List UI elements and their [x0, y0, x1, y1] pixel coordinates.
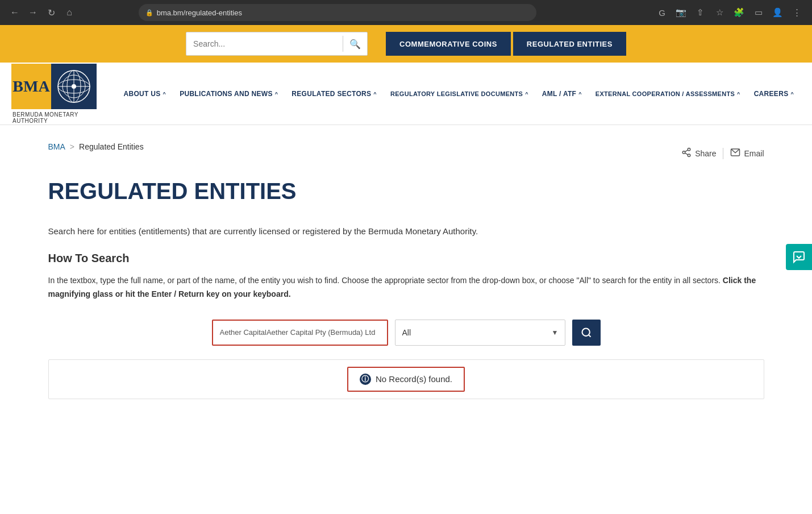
top-search-container: 🔍	[186, 32, 368, 56]
menu-icon[interactable]: ⋮	[789, 5, 805, 20]
instructions: In the textbox, type the full name, or p…	[48, 274, 764, 301]
main-nav: BMA BERMUDA MONETARY AUTHORITY	[0, 63, 812, 125]
nav-label-aml: AML / ATF	[542, 90, 576, 98]
breadcrumb-separator: >	[70, 142, 74, 151]
publications-chevron-icon: ^	[275, 91, 278, 97]
description-text: Search here for entities (entitlements) …	[48, 225, 764, 238]
about-us-chevron-icon: ^	[163, 91, 166, 97]
nav-label-careers: CAREERS	[754, 90, 789, 98]
logo-subtitle: BERMUDA MONETARY AUTHORITY	[11, 111, 99, 124]
main-content: BMA > Regulated Entities Share	[14, 125, 798, 416]
floating-chat-button[interactable]	[786, 244, 812, 270]
entity-search-button[interactable]	[572, 320, 601, 346]
entity-name-input[interactable]	[212, 320, 388, 346]
nav-item-publications[interactable]: PUBLICATIONS AND NEWS ^	[173, 63, 285, 125]
nav-label-regulatory-docs: REGULATORY LEGISLATIVE DOCUMENTS	[390, 90, 523, 97]
screenshot-icon[interactable]: 📷	[673, 5, 689, 20]
svg-line-11	[685, 150, 688, 152]
entity-search-form: All Banking Insurance Digital Assets Bus…	[48, 320, 764, 346]
info-icon: ⓘ	[360, 374, 371, 385]
lock-icon: 🔒	[145, 9, 153, 16]
nav-menu: ABOUT US ^ PUBLICATIONS AND NEWS ^ REGUL…	[116, 63, 801, 125]
share-browser-icon[interactable]: ⇧	[693, 5, 709, 20]
svg-point-9	[688, 154, 690, 157]
nav-label-regulated-sectors: REGULATED SECTORS	[292, 90, 371, 98]
logo-images: BMA	[11, 64, 99, 109]
emblem-svg	[57, 69, 91, 103]
share-icon	[681, 147, 692, 160]
share-label: Share	[695, 149, 716, 158]
logo-yellow-box: BMA	[11, 64, 51, 109]
sector-select[interactable]: All Banking Insurance Digital Assets Bus…	[395, 320, 565, 346]
regulated-entities-button[interactable]: REGULATED ENTITIES	[513, 32, 626, 56]
how-to-search-heading: How To Search	[48, 252, 764, 265]
star-icon[interactable]: ☆	[712, 5, 728, 20]
breadcrumb-row: BMA > Regulated Entities Share	[48, 142, 764, 165]
address-bar[interactable]: 🔒 bma.bm/regulated-entities	[139, 4, 536, 21]
nav-item-regulatory-docs[interactable]: REGULATORY LEGISLATIVE DOCUMENTS ^	[384, 63, 535, 125]
page-actions: Share Email	[681, 147, 764, 160]
svg-point-7	[688, 148, 690, 151]
sector-select-wrapper: All Banking Insurance Digital Assets Bus…	[395, 320, 565, 346]
reload-button[interactable]: ↻	[43, 5, 59, 20]
google-icon[interactable]: G	[654, 5, 670, 20]
nav-label-publications: PUBLICATIONS AND NEWS	[180, 90, 273, 98]
breadcrumb-home[interactable]: BMA	[48, 142, 65, 151]
nav-buttons[interactable]: ← → ↻ ⌂	[7, 5, 77, 20]
regulatory-docs-chevron-icon: ^	[525, 91, 528, 97]
email-button[interactable]: Email	[730, 147, 764, 160]
top-search-button[interactable]: 🔍	[343, 32, 367, 56]
nav-item-external-cooperation[interactable]: EXTERNAL COOPERATION / ASSESSMENTS ^	[589, 63, 747, 125]
breadcrumb: BMA > Regulated Entities	[48, 142, 144, 151]
window-icon[interactable]: ▭	[751, 5, 767, 20]
top-bar: 🔍 COMMEMORATIVE COINS REGULATED ENTITIES	[0, 25, 812, 63]
profile-icon[interactable]: 👤	[770, 5, 786, 20]
logo-stack: BMA BERMUDA MONETARY AUTHORITY	[11, 64, 99, 124]
svg-line-14	[588, 334, 590, 337]
back-button[interactable]: ←	[7, 5, 23, 20]
logo-bma-text: BMA	[13, 77, 49, 96]
regulated-sectors-chevron-icon: ^	[373, 91, 377, 97]
nav-item-careers[interactable]: CAREERS ^	[747, 63, 801, 125]
no-records-message: ⓘ No Record(s) found.	[347, 367, 465, 392]
external-cooperation-chevron-icon: ^	[737, 91, 740, 97]
nav-label-about-us: ABOUT US	[123, 90, 160, 98]
share-button[interactable]: Share	[681, 147, 716, 160]
forward-button[interactable]: →	[25, 5, 41, 20]
aml-chevron-icon: ^	[578, 91, 582, 97]
email-label: Email	[744, 149, 764, 158]
action-divider	[723, 148, 723, 159]
nav-item-regulated-sectors[interactable]: REGULATED SECTORS ^	[285, 63, 384, 125]
puzzle-icon[interactable]: 🧩	[731, 5, 747, 20]
careers-chevron-icon: ^	[790, 91, 794, 97]
top-nav-buttons: COMMEMORATIVE COINS REGULATED ENTITIES	[386, 32, 626, 56]
logo-link[interactable]: BMA BERMUDA MONETARY AUTHORITY	[11, 64, 99, 124]
results-box: ⓘ No Record(s) found.	[48, 359, 764, 399]
nav-label-external-cooperation: EXTERNAL COOPERATION / ASSESSMENTS	[596, 90, 735, 97]
svg-line-10	[685, 153, 688, 155]
email-icon	[730, 147, 740, 160]
browser-chrome: ← → ↻ ⌂ 🔒 bma.bm/regulated-entities G 📷 …	[0, 0, 812, 25]
nav-item-aml[interactable]: AML / ATF ^	[535, 63, 589, 125]
top-search-input[interactable]	[186, 39, 343, 48]
browser-actions: G 📷 ⇧ ☆ 🧩 ▭ 👤 ⋮	[654, 5, 805, 20]
svg-point-6	[72, 84, 76, 89]
logo-emblem	[51, 64, 97, 109]
instructions-text-part1: In the textbox, type the full name, or p…	[48, 276, 721, 285]
home-button[interactable]: ⌂	[61, 5, 77, 20]
page-title: REGULATED ENTITIES	[48, 179, 764, 204]
nav-item-about-us[interactable]: ABOUT US ^	[116, 63, 173, 125]
breadcrumb-current: Regulated Entities	[79, 142, 144, 151]
svg-point-13	[582, 328, 589, 335]
url-text: bma.bm/regulated-entities	[157, 9, 242, 17]
commemorative-coins-button[interactable]: COMMEMORATIVE COINS	[386, 32, 511, 56]
svg-point-8	[682, 151, 685, 154]
no-records-text: No Record(s) found.	[376, 374, 452, 384]
